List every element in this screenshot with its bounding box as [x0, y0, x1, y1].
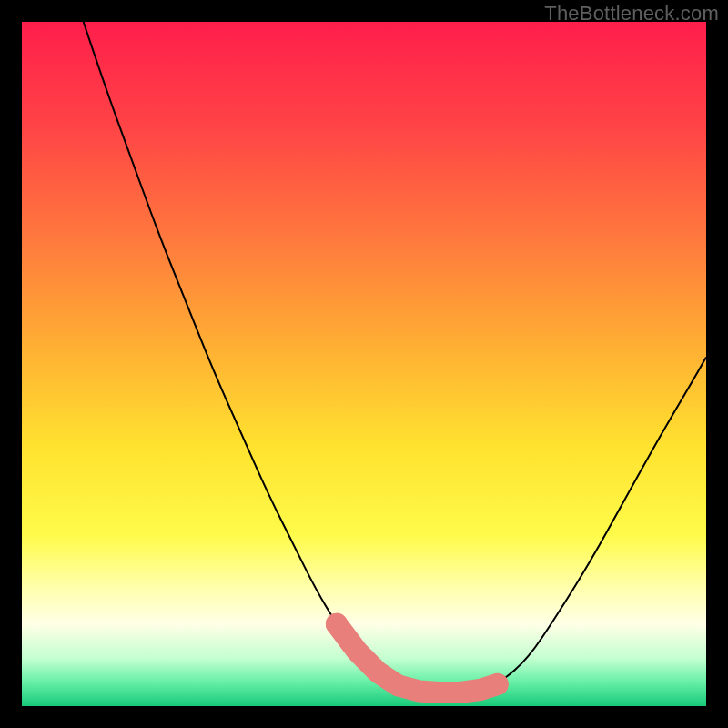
trough-marker — [326, 613, 348, 635]
trough-marker — [487, 673, 509, 695]
chart-frame: TheBottleneck.com — [0, 0, 728, 728]
bottleneck-curve-chart — [22, 22, 706, 706]
gradient-background — [22, 22, 706, 706]
plot-area — [22, 22, 706, 706]
